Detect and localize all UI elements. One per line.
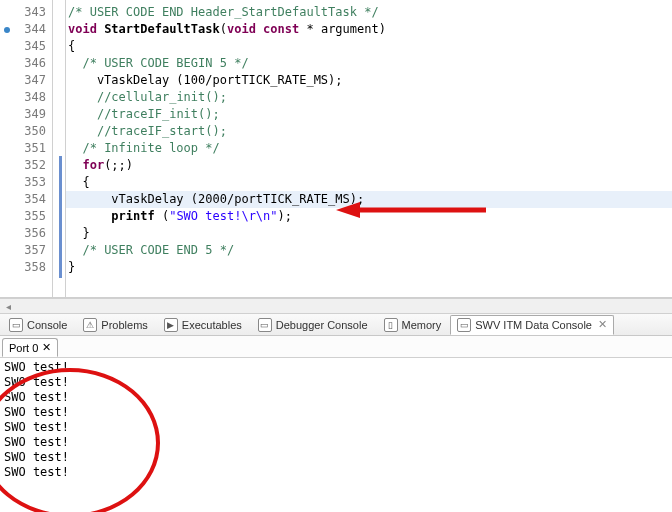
console-line: SWO test!: [4, 420, 668, 435]
code-line[interactable]: /* Infinite loop */: [66, 140, 672, 157]
line-number: 354: [0, 191, 52, 208]
code-line[interactable]: /* USER CODE END 5 */: [66, 242, 672, 259]
line-number: 347: [0, 72, 52, 89]
line-number: 353: [0, 174, 52, 191]
code-line[interactable]: /* USER CODE BEGIN 5 */: [66, 55, 672, 72]
code-line[interactable]: for(;;): [66, 157, 672, 174]
view-tab-executables[interactable]: ▶Executables: [157, 315, 249, 335]
console-line: SWO test!: [4, 405, 668, 420]
line-number: 344: [0, 21, 52, 38]
horizontal-scrollbar[interactable]: ◂: [0, 298, 672, 314]
code-area[interactable]: /* USER CODE END Header_StartDefaultTask…: [66, 0, 672, 297]
line-number-gutter: 3433443453463473483493503513523533543553…: [0, 0, 52, 297]
line-number: 355: [0, 208, 52, 225]
line-number: 350: [0, 123, 52, 140]
swv-itm-data-console-icon: ▭: [457, 318, 471, 332]
code-line[interactable]: void StartDefaultTask(void const * argum…: [66, 21, 672, 38]
console-icon: ▭: [9, 318, 23, 332]
line-number: 358: [0, 259, 52, 276]
tab-label: SWV ITM Data Console: [475, 319, 592, 331]
code-line[interactable]: //cellular_init();: [66, 89, 672, 106]
line-number: 346: [0, 55, 52, 72]
line-number: 352: [0, 157, 52, 174]
tab-label: Memory: [402, 319, 442, 331]
console-line: SWO test!: [4, 390, 668, 405]
view-tabbar[interactable]: ▭Console⚠Problems▶Executables▭Debugger C…: [0, 314, 672, 336]
view-tab-problems[interactable]: ⚠Problems: [76, 315, 154, 335]
console-line: SWO test!: [4, 360, 668, 375]
line-number: 357: [0, 242, 52, 259]
folding-ruler: [52, 0, 66, 297]
view-tab-console[interactable]: ▭Console: [2, 315, 74, 335]
view-tab-debugger-console[interactable]: ▭Debugger Console: [251, 315, 375, 335]
code-line[interactable]: //traceIF_start();: [66, 123, 672, 140]
line-number: 345: [0, 38, 52, 55]
close-icon[interactable]: ✕: [596, 318, 607, 331]
swv-console-output[interactable]: SWO test!SWO test!SWO test!SWO test!SWO …: [0, 358, 672, 482]
port-tab[interactable]: Port 0 ✕: [2, 338, 58, 357]
console-line: SWO test!: [4, 450, 668, 465]
view-tab-memory[interactable]: ▯Memory: [377, 315, 449, 335]
scroll-left-icon[interactable]: ◂: [0, 301, 16, 312]
console-line: SWO test!: [4, 375, 668, 390]
port-tabbar[interactable]: Port 0 ✕: [0, 336, 672, 358]
code-line[interactable]: {: [66, 38, 672, 55]
code-line[interactable]: }: [66, 225, 672, 242]
tab-label: Debugger Console: [276, 319, 368, 331]
tab-label: Problems: [101, 319, 147, 331]
code-line[interactable]: }: [66, 259, 672, 276]
memory-icon: ▯: [384, 318, 398, 332]
view-tab-swv-itm-data-console[interactable]: ▭SWV ITM Data Console✕: [450, 315, 614, 335]
tab-label: Executables: [182, 319, 242, 331]
line-number: 343: [0, 4, 52, 21]
code-editor[interactable]: 3433443453463473483493503513523533543553…: [0, 0, 672, 298]
code-line[interactable]: vTaskDelay (2000/portTICK_RATE_MS);: [66, 191, 672, 208]
console-line: SWO test!: [4, 465, 668, 480]
tab-label: Console: [27, 319, 67, 331]
code-line[interactable]: /* USER CODE END Header_StartDefaultTask…: [66, 4, 672, 21]
code-line[interactable]: //traceIF_init();: [66, 106, 672, 123]
code-line[interactable]: vTaskDelay (100/portTICK_RATE_MS);: [66, 72, 672, 89]
line-number: 356: [0, 225, 52, 242]
debugger-console-icon: ▭: [258, 318, 272, 332]
code-line[interactable]: {: [66, 174, 672, 191]
close-icon[interactable]: ✕: [42, 341, 51, 354]
port-tab-label: Port 0: [9, 342, 38, 354]
line-number: 348: [0, 89, 52, 106]
console-line: SWO test!: [4, 435, 668, 450]
code-line[interactable]: printf ("SWO test!\r\n");: [66, 208, 672, 225]
executables-icon: ▶: [164, 318, 178, 332]
line-number: 351: [0, 140, 52, 157]
line-number: 349: [0, 106, 52, 123]
problems-icon: ⚠: [83, 318, 97, 332]
